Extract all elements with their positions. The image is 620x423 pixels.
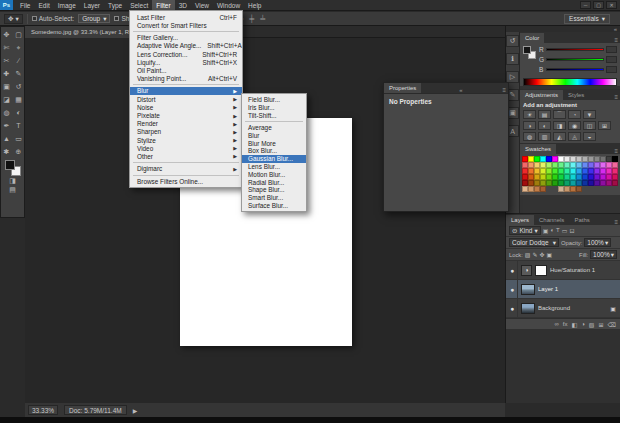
tool-type[interactable]: T: [13, 119, 25, 132]
submenu-item-shape-blur[interactable]: Shape Blur...: [242, 186, 306, 194]
filter-type-icon-0[interactable]: ▣: [543, 227, 549, 234]
menu-item-convert-for-smart-filters[interactable]: Convert for Smart Filters: [130, 21, 242, 29]
auto-select-target-dropdown[interactable]: Group ▾: [78, 14, 110, 23]
tool-move[interactable]: ✥: [1, 28, 13, 41]
kind-filter-dropdown[interactable]: ⊙ Kind ▾: [509, 226, 541, 235]
menu-select[interactable]: Select: [126, 0, 152, 11]
menu-item-other[interactable]: Other▶: [130, 152, 242, 160]
workspace-switcher[interactable]: Essentials ▾: [564, 14, 610, 24]
layer-row-background[interactable]: ●Background▣: [506, 299, 620, 318]
submenu-item-box-blur[interactable]: Box Blur...: [242, 147, 306, 155]
menu-item-digimarc[interactable]: Digimarc▶: [130, 165, 242, 173]
menu-window[interactable]: Window: [213, 0, 244, 11]
menu-view[interactable]: View: [191, 0, 213, 11]
panel-menu-icon[interactable]: ≡: [614, 37, 620, 43]
tool-dodge[interactable]: ◐: [13, 106, 25, 119]
submenu-item-tilt-shift[interactable]: Tilt-Shift...: [242, 112, 306, 120]
layer-row-hue-saturation-1[interactable]: ●◑Hue/Saturation 1: [506, 261, 620, 280]
opacity-value[interactable]: 100% ▾: [584, 238, 611, 247]
panel-menu-icon[interactable]: ≡: [502, 87, 508, 93]
submenu-item-iris-blur[interactable]: Iris Blur...: [242, 104, 306, 112]
blend-mode-dropdown[interactable]: Color Dodge ▾: [509, 238, 559, 247]
color-balance-adjustment-icon[interactable]: ◐: [538, 121, 551, 130]
menu-file[interactable]: File: [16, 0, 34, 11]
submenu-item-gaussian-blur[interactable]: Gaussian Blur...: [242, 155, 306, 163]
tool-brush[interactable]: ✎: [13, 67, 25, 80]
delete-layer-icon[interactable]: ⌫: [608, 321, 616, 328]
tab-styles[interactable]: Styles: [563, 90, 589, 100]
slider-track[interactable]: [546, 58, 604, 61]
submenu-item-average[interactable]: Average: [242, 124, 306, 132]
foreground-color-swatch[interactable]: [5, 160, 15, 170]
submenu-item-blur[interactable]: Blur: [242, 131, 306, 139]
tab-channels[interactable]: Channels: [534, 215, 569, 225]
color-fg-bg-swatches[interactable]: [523, 46, 536, 59]
menu-image[interactable]: Image: [54, 0, 80, 11]
new-adjustment-icon[interactable]: ◑: [581, 321, 585, 327]
tab-swatches[interactable]: Swatches: [520, 144, 556, 154]
menu-item-sharpen[interactable]: Sharpen▶: [130, 128, 242, 136]
menu-edit[interactable]: Edit: [34, 0, 53, 11]
slider-value-field[interactable]: [606, 66, 617, 73]
new-layer-icon[interactable]: ⊞: [598, 321, 603, 328]
tab-adjustments[interactable]: Adjustments: [520, 90, 563, 100]
menu-item-render[interactable]: Render▶: [130, 120, 242, 128]
submenu-item-radial-blur[interactable]: Radial Blur...: [242, 178, 306, 186]
menu-item-noise[interactable]: Noise▶: [130, 103, 242, 111]
submenu-item-smart-blur[interactable]: Smart Blur...: [242, 194, 306, 202]
filter-type-icon-3[interactable]: ▭: [562, 227, 568, 234]
menu-item-video[interactable]: Video▶: [130, 144, 242, 152]
photo-filter-adjustment-icon[interactable]: ◉: [568, 121, 581, 130]
visibility-toggle[interactable]: ●: [508, 261, 518, 280]
close-button[interactable]: ✕: [606, 1, 617, 9]
adjustment-layer-thumbnail[interactable]: ◑: [521, 265, 532, 276]
brightness-contrast-adjustment-icon[interactable]: ☀: [523, 110, 536, 119]
tool-eraser[interactable]: ◪: [1, 93, 13, 106]
filter-type-icon-4[interactable]: ⊡: [569, 227, 574, 234]
status-options-icon[interactable]: ▶: [133, 407, 138, 414]
submenu-item-lens-blur[interactable]: Lens Blur...: [242, 163, 306, 171]
menu-item-pixelate[interactable]: Pixelate▶: [130, 111, 242, 119]
submenu-item-surface-blur[interactable]: Surface Blur...: [242, 202, 306, 210]
tool-gradient[interactable]: ▦: [13, 93, 25, 106]
tool-crop[interactable]: ✂: [1, 54, 13, 67]
tab-color[interactable]: Color: [520, 33, 544, 43]
panel-menu-icon[interactable]: ≡: [614, 94, 620, 100]
layer-style-icon[interactable]: fx: [563, 321, 568, 327]
channel-mixer-adjustment-icon[interactable]: ◫: [583, 121, 596, 130]
menu-item-oil-paint[interactable]: Oil Paint...: [130, 66, 242, 74]
lock-option-icon-2[interactable]: ✥: [540, 251, 545, 258]
tab-layers[interactable]: Layers: [506, 215, 534, 225]
menu-item-vanishing-point[interactable]: Vanishing Point...Alt+Ctrl+V: [130, 75, 242, 83]
curves-adjustment-icon[interactable]: ⌒: [553, 110, 566, 119]
posterize-adjustment-icon[interactable]: ▥: [538, 132, 551, 141]
panel-menu-icon[interactable]: ≡: [614, 148, 620, 154]
tool-quick-selection[interactable]: ⌖: [13, 41, 25, 54]
color-lookup-adjustment-icon[interactable]: ⊞: [598, 121, 611, 130]
foreground-color-swatch[interactable]: [523, 46, 531, 54]
menu-3d[interactable]: 3D: [175, 0, 191, 11]
layer-thumbnail[interactable]: [521, 284, 535, 295]
panel-menu-icon[interactable]: ≡: [614, 219, 620, 225]
tool-shape[interactable]: ▭: [13, 132, 25, 145]
menu-type[interactable]: Type: [104, 0, 126, 11]
levels-adjustment-icon[interactable]: ▤: [538, 110, 551, 119]
threshold-adjustment-icon[interactable]: ◭: [553, 132, 566, 141]
zoom-level-field[interactable]: 33.33%: [28, 405, 58, 415]
submenu-item-motion-blur[interactable]: Motion Blur...: [242, 170, 306, 178]
hue-saturation-adjustment-icon[interactable]: ◑: [523, 121, 536, 130]
align-icon-5[interactable]: ╧: [259, 15, 267, 22]
vibrance-adjustment-icon[interactable]: ▼: [583, 110, 596, 119]
color-spectrum-ramp[interactable]: [523, 78, 617, 86]
slider-track[interactable]: [546, 48, 604, 51]
menu-item-distort[interactable]: Distort▶: [130, 95, 242, 103]
filter-type-icon-1[interactable]: ◐: [550, 227, 554, 234]
exposure-adjustment-icon[interactable]: ◔: [568, 110, 581, 119]
visibility-toggle[interactable]: ●: [508, 299, 518, 318]
align-icon-4[interactable]: ╪: [248, 15, 256, 22]
add-mask-icon[interactable]: ◧: [572, 321, 578, 328]
minimize-button[interactable]: ─: [580, 1, 591, 9]
submenu-item-blur-more[interactable]: Blur More: [242, 139, 306, 147]
submenu-item-field-blur[interactable]: Field Blur...: [242, 96, 306, 104]
tool-zoom[interactable]: ⊕: [13, 145, 25, 158]
